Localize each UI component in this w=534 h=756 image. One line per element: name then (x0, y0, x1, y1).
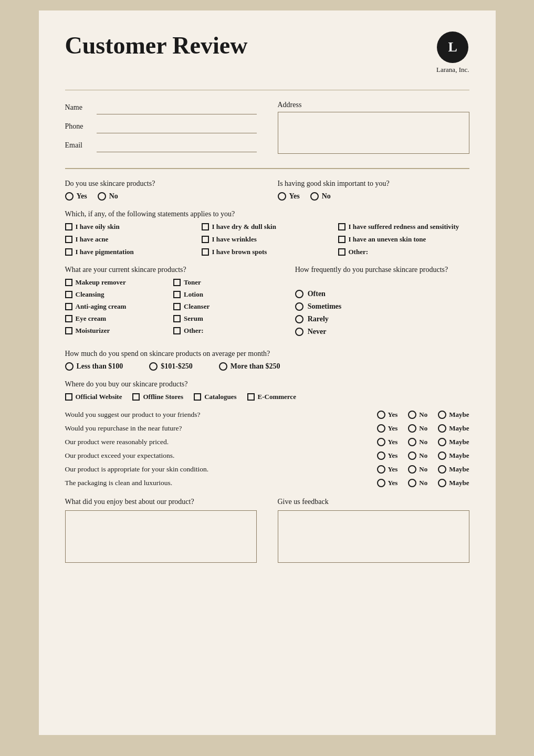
q5-sometimes[interactable]: Sometimes (295, 302, 469, 311)
q5-sometimes-radio[interactable] (295, 302, 303, 311)
feedback-q2-input[interactable] (278, 510, 469, 563)
rating-q3-yes-radio[interactable] (377, 438, 385, 446)
rating-q3-maybe[interactable]: Maybe (438, 438, 469, 446)
rating-q2-no-radio[interactable] (408, 424, 416, 433)
q4-cleanser-checkbox[interactable] (173, 303, 181, 310)
rating-q6-no[interactable]: No (408, 479, 427, 487)
rating-q1-no-radio[interactable] (408, 411, 416, 419)
q7-ecommerce-checkbox[interactable] (247, 393, 255, 401)
rating-q1-yes[interactable]: Yes (377, 411, 398, 419)
q3-uneven[interactable]: I have an uneven skin tone (338, 235, 469, 244)
rating-q6-yes[interactable]: Yes (377, 479, 398, 487)
q4-toner[interactable]: Toner (173, 278, 274, 287)
q4-moisturizer-checkbox[interactable] (65, 327, 72, 334)
q6-less100-radio[interactable] (65, 362, 74, 371)
q2-no[interactable]: No (310, 192, 331, 201)
rating-q4-no[interactable]: No (408, 452, 427, 460)
rating-q4-maybe[interactable]: Maybe (438, 452, 469, 460)
q1-no[interactable]: No (98, 192, 118, 201)
q7-catalogues[interactable]: Catalogues (194, 393, 236, 401)
q3-acne-checkbox[interactable] (65, 236, 72, 243)
rating-q4-yes-radio[interactable] (377, 452, 385, 460)
q4-makeup-remover[interactable]: Makeup remover (65, 278, 166, 287)
rating-q5-no-radio[interactable] (408, 465, 416, 474)
rating-q1-maybe[interactable]: Maybe (438, 411, 469, 419)
q3-uneven-checkbox[interactable] (338, 236, 345, 243)
rating-q1-no[interactable]: No (408, 411, 427, 419)
rating-q6-no-radio[interactable] (408, 479, 416, 487)
q4-cleansing[interactable]: Cleansing (65, 290, 166, 299)
q4-moisturizer[interactable]: Moisturizer (65, 327, 166, 335)
q2-no-radio[interactable] (310, 192, 319, 201)
rating-q5-yes-radio[interactable] (377, 465, 385, 474)
q4-serum-checkbox[interactable] (173, 315, 181, 322)
q4-anti-aging-checkbox[interactable] (65, 303, 72, 310)
rating-q2-no[interactable]: No (408, 424, 427, 433)
q7-offline-checkbox[interactable] (132, 393, 140, 401)
q7-catalogues-checkbox[interactable] (194, 393, 201, 401)
q3-wrinkles-checkbox[interactable] (202, 236, 209, 243)
rating-q3-no[interactable]: No (408, 438, 427, 446)
q1-yes-radio[interactable] (65, 192, 74, 201)
rating-q1-yes-radio[interactable] (377, 411, 385, 419)
rating-q3-yes[interactable]: Yes (377, 438, 398, 446)
q5-often[interactable]: Often (295, 290, 469, 298)
rating-q4-maybe-radio[interactable] (438, 452, 446, 460)
q7-website[interactable]: Official Website (65, 393, 122, 401)
q5-never[interactable]: Never (295, 328, 469, 336)
q4-toner-checkbox[interactable] (173, 279, 181, 286)
q3-other-checkbox[interactable] (338, 248, 345, 256)
q3-acne[interactable]: I have acne (65, 235, 196, 244)
q2-yes-radio[interactable] (278, 192, 286, 201)
q5-often-radio[interactable] (295, 290, 303, 298)
rating-q5-maybe-radio[interactable] (438, 465, 446, 474)
rating-q5-maybe[interactable]: Maybe (438, 465, 469, 474)
feedback-q1-input[interactable] (65, 510, 257, 563)
rating-q4-no-radio[interactable] (408, 452, 416, 460)
q2-yes[interactable]: Yes (278, 192, 300, 201)
q7-offline[interactable]: Offline Stores (132, 393, 183, 401)
rating-q3-no-radio[interactable] (408, 438, 416, 446)
rating-q2-yes[interactable]: Yes (377, 424, 398, 433)
q4-anti-aging[interactable]: Anti-aging cream (65, 302, 166, 311)
q3-oily-skin[interactable]: I have oily skin (65, 223, 196, 231)
q3-dry-dull[interactable]: I have dry & dull skin (202, 223, 333, 231)
q4-eye-cream[interactable]: Eye cream (65, 314, 166, 323)
q3-brown-spots[interactable]: I have brown spots (202, 248, 333, 256)
q4-serum[interactable]: Serum (173, 314, 274, 323)
q3-pigmentation-checkbox[interactable] (65, 248, 72, 256)
q1-yes[interactable]: Yes (65, 192, 87, 201)
q4-eye-cream-checkbox[interactable] (65, 315, 72, 322)
q3-brown-spots-checkbox[interactable] (202, 248, 209, 256)
q4-other-checkbox[interactable] (173, 327, 181, 334)
q5-rarely[interactable]: Rarely (295, 315, 469, 323)
rating-q5-no[interactable]: No (408, 465, 427, 474)
q4-lotion[interactable]: Lotion (173, 290, 274, 299)
rating-q6-yes-radio[interactable] (377, 479, 385, 487)
rating-q3-maybe-radio[interactable] (438, 438, 446, 446)
name-input[interactable] (97, 101, 257, 114)
q5-rarely-radio[interactable] (295, 315, 303, 323)
q6-more250[interactable]: More than $250 (219, 362, 280, 371)
q6-more250-radio[interactable] (219, 362, 227, 371)
q6-less100[interactable]: Less than $100 (65, 362, 123, 371)
q3-redness[interactable]: I have suffered redness and sensitivity (338, 223, 469, 231)
rating-q5-yes[interactable]: Yes (377, 465, 398, 474)
q3-dry-dull-checkbox[interactable] (202, 223, 209, 230)
q3-wrinkles[interactable]: I have wrinkles (202, 235, 333, 244)
rating-q4-yes[interactable]: Yes (377, 452, 398, 460)
address-input[interactable] (278, 112, 469, 154)
q7-ecommerce[interactable]: E-Commerce (247, 393, 296, 401)
phone-input[interactable] (97, 120, 257, 133)
rating-q2-yes-radio[interactable] (377, 424, 385, 433)
rating-q2-maybe-radio[interactable] (438, 424, 446, 433)
q1-no-radio[interactable] (98, 192, 106, 201)
q4-cleanser[interactable]: Cleanser (173, 302, 274, 311)
q3-pigmentation[interactable]: I have pigmentation (65, 248, 196, 256)
q4-makeup-remover-checkbox[interactable] (65, 279, 72, 286)
q4-cleansing-checkbox[interactable] (65, 291, 72, 298)
rating-q6-maybe[interactable]: Maybe (438, 479, 469, 487)
rating-q2-maybe[interactable]: Maybe (438, 424, 469, 433)
rating-q1-maybe-radio[interactable] (438, 411, 446, 419)
q3-oily-skin-checkbox[interactable] (65, 223, 72, 230)
